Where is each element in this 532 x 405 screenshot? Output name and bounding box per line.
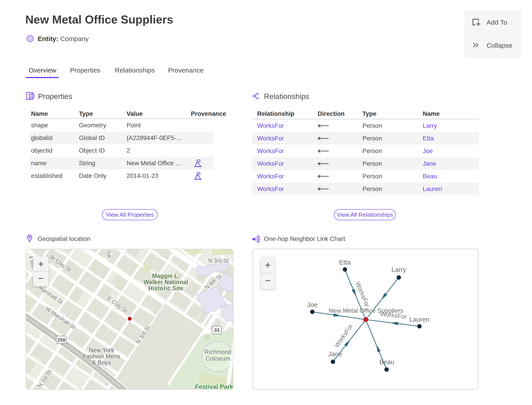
svg-text:Jane: Jane bbox=[328, 351, 342, 358]
svg-text:Walker National: Walker National bbox=[143, 279, 188, 285]
svg-text:New York: New York bbox=[89, 347, 114, 354]
svg-text:New Metal Office Suppliers: New Metal Office Suppliers bbox=[328, 307, 403, 314]
svg-text:Festival Park: Festival Park bbox=[195, 383, 233, 390]
svg-text:WorksFor: WorksFor bbox=[354, 281, 371, 308]
svg-text:Historic Site: Historic Site bbox=[148, 285, 183, 292]
svg-text:N 3rd St: N 3rd St bbox=[208, 257, 229, 264]
svg-text:& Boys: & Boys bbox=[92, 359, 111, 366]
svg-text:WorksFor: WorksFor bbox=[333, 323, 354, 349]
svg-text:Joe: Joe bbox=[307, 301, 318, 308]
svg-text:Coliseum: Coliseum bbox=[206, 355, 231, 362]
svg-text:Etta: Etta bbox=[339, 259, 351, 266]
svg-text:Lauren: Lauren bbox=[409, 316, 429, 323]
svg-text:33: 33 bbox=[214, 327, 219, 333]
svg-text:Richmond: Richmond bbox=[204, 349, 231, 355]
svg-text:Fashion Mens: Fashion Mens bbox=[83, 353, 120, 360]
svg-text:250: 250 bbox=[57, 337, 66, 343]
svg-text:Larry: Larry bbox=[392, 266, 406, 273]
svg-text:Maggie L.: Maggie L. bbox=[152, 273, 180, 279]
svg-text:Beau: Beau bbox=[379, 358, 394, 365]
